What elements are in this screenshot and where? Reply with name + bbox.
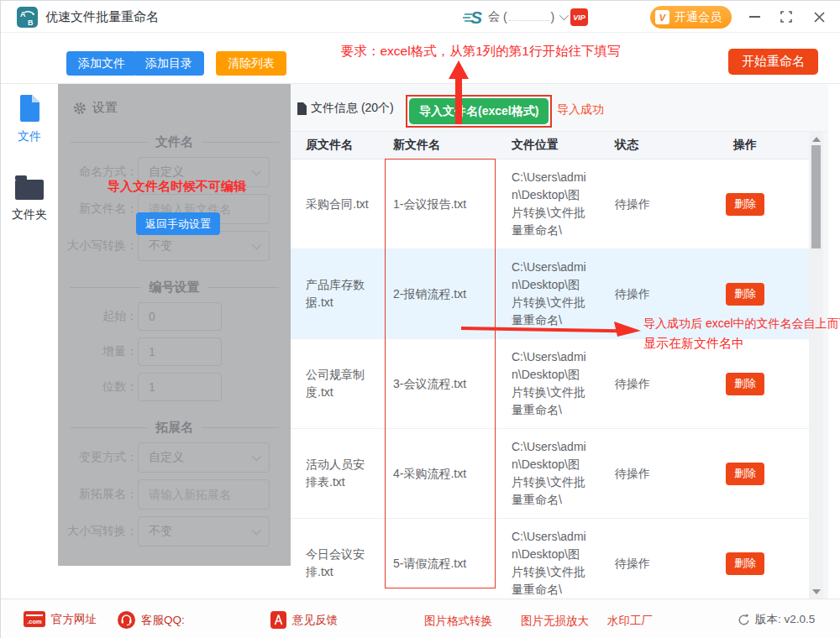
arrow-right-annotation-icon [461,318,641,343]
maximize-button[interactable] [775,8,797,26]
file-table-header: 原文件名 新文件名 文件位置 状态 操作 [291,132,809,160]
chevron-down-icon [252,526,261,535]
app-title: 优速文件批量重命名 [45,9,159,25]
document-icon [297,102,307,115]
account-label: 会 [488,9,500,24]
open-membership-button[interactable]: V 开通会员 [650,6,732,29]
vip-icon: V [655,10,669,24]
add-directory-button[interactable]: 添加目录 [134,51,204,76]
sidebar-item-label: 文件夹 [1,207,58,222]
import-success-status: 导入成功 [557,102,604,118]
cell-new-name: 2-报销流程.txt [386,285,501,303]
sidebar-item-file[interactable]: 文件 [1,94,58,144]
column-header-location: 文件位置 [501,138,608,153]
case-convert-select: 不变 [138,231,270,261]
section-title-filename: 文件名 [70,134,279,150]
cell-file-location: C:\Users\admin\Desktop\图片转换\文件批量重命名\ [501,348,608,419]
case-convert-row: 大小写转换： 不变 [58,231,291,261]
cell-original-name: 活动人员安排表.txt [291,456,386,491]
feedback-link[interactable]: 意见反馈 [270,611,338,629]
close-button[interactable] [808,8,830,26]
new-extension-input [138,479,270,510]
add-file-button[interactable]: 添加文件 [66,51,137,76]
image-format-convert-link[interactable]: 图片格式转换 [424,614,492,629]
vip-badge-icon: VIP [570,8,588,26]
cell-new-name: 1-会议报告.txt [386,196,501,213]
delete-button[interactable]: 删除 [726,193,764,216]
number-increment-row: 增量： [58,337,291,366]
clear-list-button[interactable]: 清除列表 [216,51,286,76]
table-scrollbar[interactable] [809,132,823,599]
watermark-factory-link[interactable]: 水印工厂 [607,614,653,629]
settings-title: 设置 [92,100,118,116]
official-website-link[interactable]: .com 官方网址 [24,611,97,627]
ext-change-mode-select: 自定义 [138,442,270,473]
file-icon [18,94,41,125]
column-header-newname: 新文件名 [386,138,501,153]
number-start-row: 起始： [58,302,291,331]
delete-button[interactable]: 删除 [726,552,764,575]
new-extension-row: 新拓展名： [58,479,291,510]
cell-status: 待操作 [608,285,681,303]
cell-original-name: 产品库存数据.txt [291,276,386,311]
cell-file-location: C:\Users\admin\Desktop\图片转换\文件批量重命名\ [501,528,608,599]
cell-file-location: C:\Users\admin\Desktop\图片转换\文件批量重命名\ [501,169,608,239]
customer-service-qq-link[interactable]: 客服QQ: [118,611,185,629]
scrollbar-thumb[interactable] [811,145,821,248]
cell-new-name: 5-请假流程.txt [386,555,501,573]
table-row: 活动人员安排表.txt 4-采购流程.txt C:\Users\admin\De… [291,429,809,519]
import-result-annotation-line1: 导入成功后 excel中的文件名会自上而下 [643,316,840,332]
start-rename-button[interactable]: 开始重命名 [728,49,818,75]
app-logo-icon: A B [17,7,38,28]
account-dropdown[interactable]: 会 () [488,9,566,24]
ext-case-convert-row: 大小写转换： 不变 [58,516,291,546]
delete-button[interactable]: 删除 [726,463,764,485]
account-redacted [509,13,549,21]
section-title-numbering: 编号设置 [70,280,279,295]
import-button-highlight-box: 导入文件名(excel格式) [406,95,552,128]
cell-original-name: 今日会议安排.txt [291,546,386,581]
table-row: 今日会议安排.txt 5-请假流程.txt C:\Users\admin\Des… [291,519,809,599]
svg-text:S: S [470,8,482,27]
number-digits-input [138,373,222,401]
file-info-title: 文件信息 (20个) [297,101,394,116]
column-header-original: 原文件名 [291,138,386,153]
chevron-down-icon [252,166,261,175]
speed-logo-icon: S [462,7,487,28]
chevron-down-icon [252,240,261,249]
image-lossless-enlarge-link[interactable]: 图片无损放大 [521,614,589,629]
back-to-manual-button[interactable]: 返回手动设置 [136,212,220,235]
settings-locked-annotation: 导入文件名时候不可编辑 [108,179,246,195]
delete-button[interactable]: 删除 [726,373,764,395]
cell-status: 待操作 [608,465,681,483]
table-row: 公司规章制度.txt 3-会议流程.txt C:\Users\admin\Des… [291,339,809,429]
number-increment-input [138,337,222,366]
table-row: 采购合同.txt 1-会议报告.txt C:\Users\admin\Deskt… [291,160,809,249]
ext-change-mode-row: 变更方式： 自定义 [58,442,291,473]
cell-original-name: 采购合同.txt [291,196,386,213]
ext-case-convert-select: 不变 [138,516,270,546]
scroll-up-icon[interactable] [812,137,821,142]
cell-status: 待操作 [608,555,681,573]
gear-icon [73,102,87,115]
section-title-extension: 拓展名 [70,420,279,436]
refresh-icon [738,614,750,626]
app-icon-letter-b: B [28,18,34,27]
minimize-button[interactable] [743,8,765,26]
cell-file-location: C:\Users\admin\Desktop\图片转换\文件批量重命名\ [501,438,608,509]
file-table-body: 采购合同.txt 1-会议报告.txt C:\Users\admin\Deskt… [291,160,809,599]
sidebar-item-folder[interactable]: 文件夹 [1,173,58,222]
app-icon-letter-a: A [20,10,26,18]
number-digits-row: 位数： [58,373,291,401]
titlebar: A B 优速文件批量重命名 S 会 () VIP V 开通会员 [1,1,840,33]
excel-requirement-annotation: 要求：excel格式，从第1列的第1行开始往下填写 [341,43,620,60]
scroll-down-icon[interactable] [812,589,821,594]
minimize-icon [749,16,760,18]
delete-button[interactable]: 删除 [726,283,764,306]
import-filenames-excel-button[interactable]: 导入文件名(excel格式) [409,98,549,124]
column-header-action: 操作 [681,138,809,153]
sidebar-item-label: 文件 [1,129,58,144]
settings-header: 设置 [58,84,291,116]
version-info: 版本: v2.0.5 [738,612,815,627]
number-start-input [138,302,222,331]
